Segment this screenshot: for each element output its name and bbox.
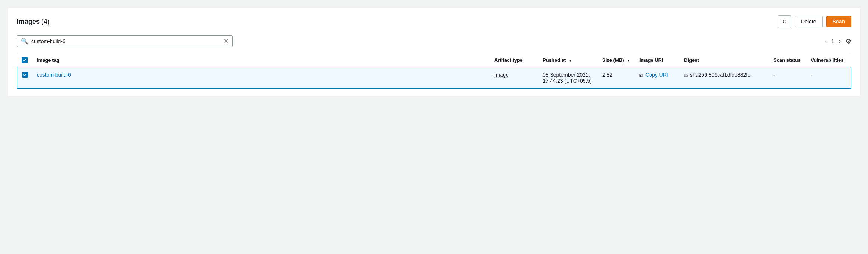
pagination: ‹ 1 › ⚙ — [823, 36, 851, 46]
th-artifact-type: Artifact type — [490, 53, 538, 67]
header-actions: ↻ Delete Scan — [778, 15, 851, 28]
size-value: 2.82 — [602, 72, 612, 78]
refresh-button[interactable]: ↻ — [778, 15, 791, 28]
next-page-button[interactable]: › — [837, 36, 842, 46]
clear-search-icon[interactable]: ✕ — [224, 38, 229, 45]
image-tag-link[interactable]: custom-build-6 — [37, 72, 71, 78]
digest-copy-icon: ⧉ — [684, 73, 688, 79]
row-size-cell: 2.82 — [598, 67, 635, 89]
row-scan-status-cell: - — [769, 67, 806, 89]
pushed-at-value: 08 September 2021, 17:44:23 (UTC+05.5) — [543, 72, 592, 84]
row-pushed-at-cell: 08 September 2021, 17:44:23 (UTC+05.5) — [538, 67, 598, 89]
th-vulnerabilities: Vulnerabilities — [806, 53, 851, 67]
row-checkbox-cell[interactable] — [17, 67, 32, 89]
row-image-tag-cell[interactable]: custom-build-6 — [32, 67, 490, 89]
row-checkbox[interactable] — [22, 72, 28, 78]
table-row: custom-build-6 Image 08 September 2021, … — [17, 67, 851, 89]
vulnerabilities-value: - — [811, 72, 813, 78]
th-size: Size (MB) ▼ — [598, 53, 635, 67]
refresh-icon: ↻ — [782, 18, 787, 25]
section-header: Images (4) ↻ Delete Scan — [17, 15, 851, 28]
select-all-checkbox[interactable] — [22, 57, 28, 63]
table-settings-icon[interactable]: ⚙ — [845, 37, 851, 45]
th-digest: Digest — [680, 53, 769, 67]
th-image-tag: Image tag — [32, 53, 490, 67]
digest-value: sha256:806caf1dfdb882f... — [690, 72, 752, 78]
search-container: 🔍 ✕ — [17, 35, 233, 47]
row-digest-cell: ⧉ sha256:806caf1dfdb882f... — [680, 67, 769, 89]
search-input[interactable] — [31, 38, 221, 44]
scan-status-value: - — [773, 72, 775, 78]
th-pushed-at[interactable]: Pushed at ▼ — [538, 53, 598, 67]
th-image-uri: Image URI — [635, 53, 680, 67]
section-title: Images (4) — [17, 18, 50, 26]
copy-uri-link[interactable]: Copy URI — [645, 72, 668, 78]
delete-button[interactable]: Delete — [795, 16, 822, 27]
sort-arrow-pushed: ▼ — [569, 58, 572, 63]
row-uri-cell[interactable]: ⧉ Copy URI — [635, 67, 680, 89]
copy-icon: ⧉ — [639, 73, 643, 79]
title-count: (4) — [41, 18, 50, 25]
search-icon: 🔍 — [21, 38, 28, 45]
row-vulnerabilities-cell: - — [806, 67, 851, 89]
th-scan-status: Scan status — [769, 53, 806, 67]
title-text: Images — [17, 18, 40, 25]
table-header-row: Image tag Artifact type Pushed at ▼ Size… — [17, 53, 851, 67]
artifact-type-value: Image — [494, 72, 509, 78]
scan-button[interactable]: Scan — [826, 16, 851, 27]
row-artifact-type-cell: Image — [490, 67, 538, 89]
th-checkbox — [17, 53, 32, 67]
sort-arrow-size: ▼ — [627, 58, 631, 63]
images-table: Image tag Artifact type Pushed at ▼ Size… — [17, 53, 851, 89]
page-number: 1 — [831, 38, 834, 44]
search-row: 🔍 ✕ ‹ 1 › ⚙ — [17, 35, 851, 47]
prev-page-button[interactable]: ‹ — [823, 36, 828, 46]
